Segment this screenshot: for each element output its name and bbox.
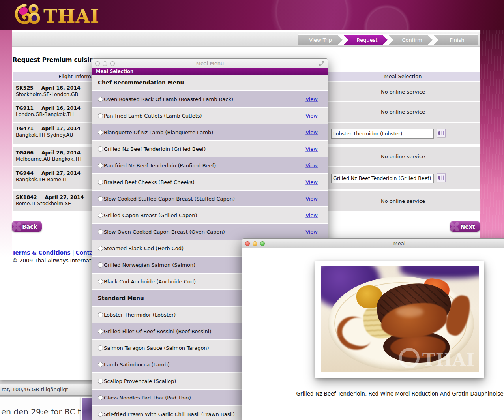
menu-item-label: Grilled Norwegian Salmon (Salmon) bbox=[104, 262, 195, 268]
view-link[interactable]: View bbox=[305, 229, 318, 235]
view-link[interactable]: View bbox=[305, 163, 318, 169]
menu-item-label: Salmon Taragon Sauce (Salmon Taragon) bbox=[104, 345, 209, 351]
menu-item-label: Lamb Satimbocca (Lamb) bbox=[104, 362, 170, 368]
menu-item-label: Slow Oven Cooked Capon Breast (Oven Capo… bbox=[104, 229, 225, 235]
meal-radio-button[interactable] bbox=[98, 146, 103, 152]
meal-radio-button[interactable] bbox=[98, 262, 103, 268]
thai-airways-logo[interactable]: THAI bbox=[13, 2, 104, 30]
progress-step[interactable]: Finish bbox=[433, 35, 478, 45]
view-link[interactable]: View bbox=[305, 113, 318, 119]
progress-step[interactable]: Confirm bbox=[388, 35, 433, 45]
meal-selection-input[interactable] bbox=[331, 129, 434, 139]
meal-radio-button[interactable] bbox=[98, 412, 103, 417]
meal-selection-row bbox=[326, 123, 480, 144]
next-button[interactable]: Next bbox=[450, 221, 480, 232]
progress-step-label: View Trip bbox=[309, 37, 332, 43]
menu-item-row: Oven Roasted Rack Of Lamb (Roasted Lamb … bbox=[92, 91, 328, 107]
flight-date: April 26, 2014 bbox=[41, 150, 81, 156]
meal-menu-window-title: Meal Menu bbox=[92, 60, 328, 66]
menu-item-label: Steamed Black Cod (Herb Cod) bbox=[104, 246, 184, 251]
flight-date: April 16, 2014 bbox=[41, 85, 81, 91]
menu-item-row: Slow Oven Cooked Capon Breast (Oven Capo… bbox=[92, 224, 328, 240]
menu-item-label: Pan-fried Nz Beef Tenderloin (Panfired B… bbox=[104, 163, 216, 169]
progress-step[interactable]: Request bbox=[343, 35, 388, 45]
meal-menu-icon-button[interactable] bbox=[437, 173, 446, 182]
view-link[interactable]: View bbox=[305, 212, 318, 218]
meal-selection-input[interactable] bbox=[331, 174, 434, 183]
meal-titlebar[interactable]: Meal bbox=[242, 239, 504, 248]
menu-item-label: Chef Recommendation Menu bbox=[98, 79, 184, 86]
meal-radio-button[interactable] bbox=[98, 163, 103, 168]
meal-radio-button[interactable] bbox=[98, 213, 103, 218]
view-link[interactable]: View bbox=[305, 129, 318, 135]
view-link[interactable]: View bbox=[305, 146, 318, 152]
progress-step[interactable]: View Trip bbox=[298, 35, 343, 45]
meal-radio-button[interactable] bbox=[98, 329, 103, 334]
back-button[interactable]: Back bbox=[12, 221, 42, 232]
meal-radio-button[interactable] bbox=[98, 229, 103, 234]
progress-step-label: Request bbox=[357, 37, 378, 43]
meal-radio-button[interactable] bbox=[98, 246, 103, 251]
progress-step-label: Confirm bbox=[402, 37, 422, 43]
resize-icon[interactable] bbox=[319, 61, 325, 67]
finder-status-text: rat, 100,46 GB tillgängligt bbox=[2, 386, 68, 392]
thai-logo-icon: THAI bbox=[13, 2, 104, 28]
meal-radio-button[interactable] bbox=[98, 196, 103, 201]
meal-radio-button[interactable] bbox=[98, 97, 103, 102]
menu-item-label: Braised Beef Cheeks (Beef Cheeks) bbox=[104, 179, 195, 185]
view-link[interactable]: View bbox=[305, 179, 318, 185]
terms-link[interactable]: Terms & Conditions bbox=[12, 249, 71, 256]
link-separator: | bbox=[72, 249, 74, 256]
menu-item-label: Slow Cooked Stuffed Capon Breast (Stuffe… bbox=[104, 196, 235, 202]
meal-photo-frame: THAI bbox=[315, 261, 484, 378]
menu-item-label: Stir-fried Prawn With Garlic Chili Basil… bbox=[104, 411, 235, 417]
menu-item-label: Pan-fried Lamb Cutlets (Lamb Cutlets) bbox=[104, 113, 202, 119]
flight-number: SK525 bbox=[16, 85, 34, 91]
menu-item-row: Grilled Nz Beef Tenderloin (Grilled Beef… bbox=[92, 141, 328, 157]
meal-radio-button[interactable] bbox=[98, 180, 103, 185]
meal-radio-button[interactable] bbox=[98, 312, 103, 317]
meal-radio-button[interactable] bbox=[98, 279, 103, 284]
meal-selection-row: No online service bbox=[326, 82, 480, 101]
no-online-service-text: No online service bbox=[326, 147, 480, 166]
next-button-label: Next bbox=[461, 223, 475, 230]
thai-watermark-icon bbox=[399, 348, 420, 368]
attachment-thumbnail[interactable] bbox=[81, 397, 92, 420]
meal-selection-header: Meal Selection bbox=[326, 72, 480, 81]
flight-date: April 27, 2014 bbox=[41, 170, 81, 176]
copyright-text: © 2009 Thai Airways International bbox=[12, 257, 104, 264]
menu-item-row: Pan-fried Nz Beef Tenderloin (Panfired B… bbox=[92, 158, 328, 173]
flight-number: SK1842 bbox=[16, 194, 37, 200]
meal-radio-button[interactable] bbox=[98, 130, 103, 135]
meal-photo: THAI bbox=[321, 266, 479, 372]
meal-radio-button[interactable] bbox=[98, 362, 103, 367]
meal-radio-button[interactable] bbox=[98, 379, 103, 384]
menu-item-label: Standard Menu bbox=[98, 295, 144, 301]
thai-logo-text: THAI bbox=[43, 5, 99, 27]
meal-radio-button[interactable] bbox=[98, 395, 103, 400]
meal-radio-button[interactable] bbox=[98, 113, 103, 118]
menu-item-row: Slow Cooked Stuffed Capon Breast (Stuffe… bbox=[92, 191, 328, 206]
flight-date: April 27, 2014 bbox=[45, 194, 84, 200]
meal-selection-row: No online service bbox=[326, 102, 480, 122]
meal-selection-row: No online service bbox=[326, 191, 480, 211]
meal-radio-button[interactable] bbox=[98, 345, 103, 351]
menu-item-label: Grilled Nz Beef Tenderloin (Grilled Beef… bbox=[104, 146, 206, 152]
flight-date: April 16, 2014 bbox=[41, 105, 81, 111]
menu-section-heading: Chef Recommendation Menu bbox=[92, 75, 328, 90]
flight-number: TG944 bbox=[16, 170, 34, 176]
no-online-service-text: No online service bbox=[326, 191, 480, 211]
page-title: Request Premium cuisine bbox=[13, 56, 97, 64]
flight-number: TG466 bbox=[16, 150, 34, 156]
menu-item-label: Grilled Fillet Of Beef Rossini (Beef Ros… bbox=[104, 328, 212, 334]
flight-number: TG911 bbox=[16, 105, 34, 111]
menu-item-label: Glass Noodles Pad Thai (Pad Thai) bbox=[104, 395, 191, 401]
view-link[interactable]: View bbox=[305, 196, 318, 202]
cutlery-icon bbox=[438, 174, 444, 181]
flower-motif-icon bbox=[12, 221, 22, 232]
view-link[interactable]: View bbox=[305, 96, 318, 102]
meal-menu-icon-button[interactable] bbox=[437, 129, 446, 137]
menu-item-row: Braised Beef Cheeks (Beef Cheeks) View bbox=[92, 174, 328, 190]
menu-item-row: Pan-fried Lamb Cutlets (Lamb Cutlets) Vi… bbox=[92, 108, 328, 124]
meal-menu-titlebar[interactable]: Meal Menu bbox=[92, 59, 328, 68]
